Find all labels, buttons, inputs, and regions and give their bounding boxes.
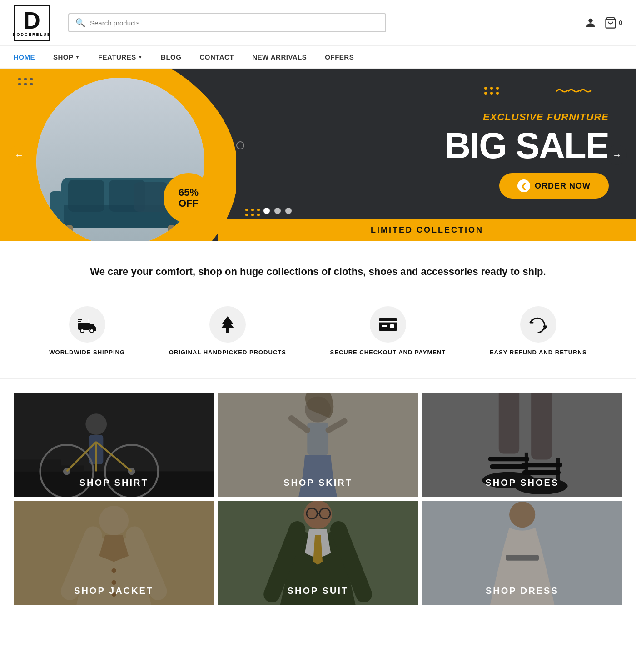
nav-item-features[interactable]: FEATURES ▼ (98, 47, 143, 67)
slider-dot-2[interactable] (274, 208, 281, 214)
svg-point-12 (80, 329, 84, 333)
svg-rect-8 (68, 180, 104, 212)
shop-card-suit[interactable]: SHOP SUIT (218, 501, 418, 605)
skirt-card-label: SHOP SKIRT (218, 468, 418, 497)
svg-point-53 (99, 506, 129, 535)
refund-label: EASY REFUND AND RETURNS (490, 349, 587, 356)
limited-text: LIMITED COLLECTION (371, 225, 483, 234)
svg-point-0 (589, 19, 593, 23)
shipping-icon-wrap (69, 306, 105, 343)
tagline-section: We care your comfort, shop on huge colle… (0, 241, 636, 293)
logo[interactable]: D DODGERBLUE (14, 5, 50, 41)
shop-dropdown-arrow: ▼ (75, 55, 80, 60)
discount-off: OFF (179, 198, 199, 209)
checkout-label: SECURE CHECKOUT AND PAYMENT (330, 349, 446, 356)
discount-percent: 65% (179, 187, 199, 198)
handpicked-icon-wrap (209, 306, 246, 343)
dress-card-label: SHOP DRESS (422, 577, 622, 605)
shop-grid-row1: SHOP SHIRT SHOP SKIRT (0, 379, 636, 501)
svg-rect-22 (390, 324, 394, 328)
deco-dots-bottom (245, 209, 261, 216)
slider-dot-3[interactable] (285, 208, 292, 214)
svg-rect-42 (498, 393, 519, 453)
slider-dot-1[interactable] (263, 208, 270, 214)
svg-rect-50 (521, 463, 562, 467)
user-account-button[interactable] (584, 16, 597, 29)
checkout-icon (379, 318, 397, 331)
deco-dots-top-left (18, 78, 34, 85)
deco-dot (18, 78, 21, 80)
svg-point-58 (304, 501, 332, 529)
slider-prev-button[interactable]: ← (9, 145, 29, 165)
search-input[interactable] (90, 19, 379, 27)
svg-rect-18 (226, 328, 229, 333)
deco-dot (24, 83, 27, 85)
header-icons: 0 (584, 16, 622, 29)
tagline-text: We care your comfort, shop on huge colle… (9, 264, 627, 279)
svg-rect-48 (488, 457, 529, 461)
shop-card-shoes[interactable]: SHOP SHOES (422, 393, 622, 497)
hero-banner: 〜〜〜 65% OFF (0, 69, 636, 241)
feature-checkout: SECURE CHECKOUT AND PAYMENT (330, 306, 446, 356)
nav-item-offers[interactable]: OFFERS (325, 47, 354, 67)
shop-card-dress[interactable]: SHOP DRESS (422, 501, 622, 605)
hero-subtitle: EXCLUSIVE FURNITURE (483, 111, 609, 123)
svg-rect-4 (50, 191, 64, 228)
shipping-label: WORLDWIDE SHIPPING (49, 349, 125, 356)
deco-dot (30, 78, 33, 80)
svg-rect-64 (506, 555, 539, 561)
nav-item-blog[interactable]: BLOG (161, 47, 181, 67)
limited-collection-banner: LIMITED COLLECTION (218, 219, 636, 241)
discount-badge: 65% OFF (164, 173, 214, 223)
suit-card-label: SHOP SUIT (218, 577, 418, 605)
nav-item-new-arrivals[interactable]: NEW ARRIVALS (252, 47, 307, 67)
shop-card-skirt[interactable]: SHOP SKIRT (218, 393, 418, 497)
svg-rect-38 (308, 423, 329, 455)
svg-rect-6 (66, 225, 73, 234)
nav-item-contact[interactable]: CONTACT (199, 47, 234, 67)
svg-rect-26 (14, 459, 61, 465)
refund-icon (529, 316, 547, 333)
svg-rect-21 (382, 325, 387, 327)
feature-shipping: WORLDWIDE SHIPPING (49, 306, 125, 356)
logo-letter: D (23, 9, 40, 32)
svg-point-27 (85, 413, 107, 435)
svg-rect-10 (134, 182, 168, 212)
search-icon: 🔍 (75, 18, 85, 28)
svg-point-13 (90, 329, 94, 333)
user-icon (584, 16, 597, 29)
svg-rect-19 (379, 318, 397, 331)
cart-button[interactable]: 0 (604, 16, 622, 29)
handpicked-icon (219, 315, 236, 334)
deco-dot (30, 83, 33, 85)
nav-item-shop[interactable]: SHOP ▼ (53, 47, 80, 67)
hero-title: BIG SALE (444, 128, 609, 164)
circle-decoration (236, 141, 244, 149)
features-dropdown-arrow: ▼ (138, 55, 143, 60)
shoes-card-label: SHOP SHOES (422, 468, 622, 497)
svg-point-54 (111, 568, 116, 573)
cart-count: 0 (619, 19, 622, 26)
order-now-label: ORDER NOW (535, 181, 591, 191)
cart-icon (604, 16, 617, 29)
logo-brand: DODGERBLUE (13, 32, 51, 37)
feature-handpicked: ORIGINAL HANDPICKED PRODUCTS (169, 306, 286, 356)
refund-icon-wrap (520, 306, 556, 343)
slider-next-button[interactable]: → (607, 145, 627, 165)
svg-rect-11 (78, 323, 90, 330)
checkout-icon-wrap (370, 306, 406, 343)
shop-card-shirt[interactable]: SHOP SHIRT (14, 393, 214, 497)
slider-dots (263, 208, 292, 214)
search-bar[interactable]: 🔍 (68, 13, 386, 32)
order-now-button[interactable]: ❮ ORDER NOW (499, 173, 609, 199)
shop-card-jacket[interactable]: SHOP JACKET (14, 501, 214, 605)
svg-marker-17 (221, 320, 234, 328)
deco-dot (24, 78, 27, 80)
nav-item-home[interactable]: HOME (14, 47, 35, 67)
navigation: HOME SHOP ▼ FEATURES ▼ BLOG CONTACT NEW … (0, 46, 636, 69)
svg-point-63 (509, 502, 535, 528)
deco-dot (18, 83, 21, 85)
header: D DODGERBLUE 🔍 0 (0, 0, 636, 46)
shop-grid-row2: SHOP JACKET SHOP SUIT (0, 501, 636, 619)
svg-rect-43 (531, 393, 552, 459)
